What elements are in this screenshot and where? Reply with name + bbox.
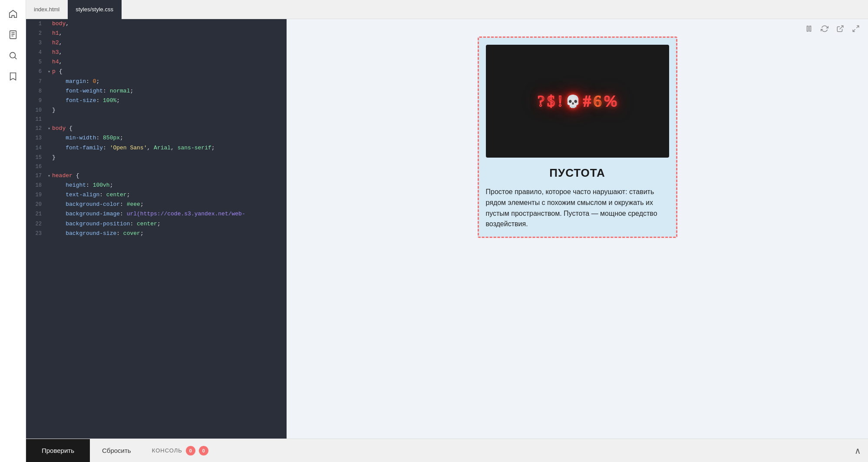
svg-line-8 xyxy=(840,26,843,29)
code-line-8: 8 font-weight: normal; xyxy=(26,86,287,96)
sidebar xyxy=(0,0,26,462)
code-line-18: 18 height: 100vh; xyxy=(26,181,287,190)
svg-rect-6 xyxy=(807,26,809,31)
code-line-12: 12▾body { xyxy=(26,124,287,133)
code-line-5: 5 h4, xyxy=(26,57,287,67)
console-label: КОНСОЛЬ xyxy=(152,447,182,454)
code-line-1: 1 body, xyxy=(26,19,287,29)
code-line-19: 19 text-align: center; xyxy=(26,190,287,200)
code-line-17: 17▾header { xyxy=(26,171,287,181)
svg-line-10 xyxy=(853,30,855,32)
home-icon[interactable] xyxy=(4,5,22,23)
search-icon[interactable] xyxy=(4,47,22,64)
tab-styles-css[interactable]: styles/style.css xyxy=(68,0,122,19)
code-line-13: 13 min-width: 850px; xyxy=(26,133,287,143)
content-area: 1 body, 2 h1, 3 h2, 4 h3, 5 h4, 6▾p { 7 … xyxy=(26,19,868,439)
refresh-icon[interactable] xyxy=(819,23,830,34)
reset-button[interactable]: Сбросить xyxy=(90,439,143,462)
neon-symbols: ? $ ! 💀 # 6 % xyxy=(538,92,617,110)
neon-char-six: 6 xyxy=(594,92,601,110)
preview-body: Простое правило, которое часто нарушают:… xyxy=(486,187,669,230)
code-line-22: 22 background-position: center; xyxy=(26,219,287,229)
preview-image: ? $ ! 💀 # 6 % xyxy=(486,45,669,158)
svg-rect-0 xyxy=(10,31,16,39)
code-line-9: 9 font-size: 100%; xyxy=(26,96,287,106)
code-line-14: 14 font-family: 'Open Sans', Arial, sans… xyxy=(26,143,287,153)
svg-line-5 xyxy=(15,57,17,59)
neon-char-dollar: $ xyxy=(547,92,555,110)
code-line-15: 15 } xyxy=(26,153,287,162)
console-section: КОНСОЛЬ 0 0 xyxy=(152,446,208,455)
bookmark-icon[interactable] xyxy=(4,68,22,85)
code-line-7: 7 margin: 0; xyxy=(26,77,287,86)
pause-icon[interactable] xyxy=(804,23,814,34)
neon-char-pct: % xyxy=(604,92,617,110)
preview-card: ? $ ! 💀 # 6 % ПУСТОТА Простое правило, к… xyxy=(478,36,677,238)
neon-char-q: ? xyxy=(538,92,545,110)
neon-char-excl: ! xyxy=(558,92,563,110)
console-badge-2: 0 xyxy=(199,446,208,455)
preview-title: ПУСТОТА xyxy=(486,166,669,180)
main-area: index.html styles/style.css 1 body, 2 h1… xyxy=(26,0,868,462)
console-expand-icon[interactable]: ∧ xyxy=(855,446,861,456)
document-icon[interactable] xyxy=(4,26,22,43)
neon-char-hash: # xyxy=(583,92,591,110)
code-line-11: 11 xyxy=(26,115,287,124)
tab-index-html[interactable]: index.html xyxy=(26,0,68,19)
bottom-bar: Проверить Сбросить КОНСОЛЬ 0 0 ∧ xyxy=(26,439,868,462)
neon-char-skull: 💀 xyxy=(565,94,581,109)
preview-content: ? $ ! 💀 # 6 % ПУСТОТА Простое правило, к… xyxy=(287,19,868,251)
code-line-23: 23 background-size: cover; xyxy=(26,229,287,238)
code-line-6: 6▾p { xyxy=(26,67,287,76)
expand-icon[interactable] xyxy=(851,23,861,34)
code-line-16: 16 xyxy=(26,162,287,171)
preview-panel: ? $ ! 💀 # 6 % ПУСТОТА Простое правило, к… xyxy=(287,19,868,439)
code-line-4: 4 h3, xyxy=(26,48,287,57)
code-line-20: 20 background-color: #eee; xyxy=(26,200,287,209)
svg-point-4 xyxy=(10,53,15,58)
console-badge-1: 0 xyxy=(186,446,195,455)
code-line-3: 3 h2, xyxy=(26,38,287,48)
open-external-icon[interactable] xyxy=(835,23,845,34)
svg-line-9 xyxy=(857,26,859,28)
code-line-2: 2 h1, xyxy=(26,29,287,38)
tabs-bar: index.html styles/style.css xyxy=(26,0,868,19)
svg-rect-7 xyxy=(810,26,811,31)
code-line-21: 21 background-image: url(https://code.s3… xyxy=(26,209,287,219)
code-editor[interactable]: 1 body, 2 h1, 3 h2, 4 h3, 5 h4, 6▾p { 7 … xyxy=(26,19,287,439)
preview-toolbar xyxy=(797,19,868,38)
code-line-10: 10 } xyxy=(26,106,287,115)
check-button[interactable]: Проверить xyxy=(26,439,90,462)
